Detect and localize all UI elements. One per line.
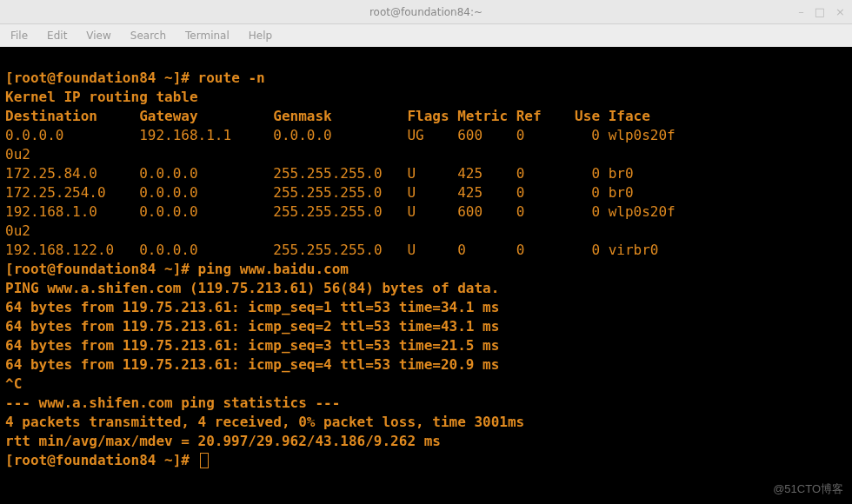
route-row-1-gw: 0.0.0.0 — [139, 165, 197, 182]
prompt-cwd-3: ~ — [164, 452, 173, 468]
route-row-1-ref: 0 — [516, 165, 525, 182]
route-row-0-wrap: 0u2 — [5, 146, 30, 162]
route-row-0-ref: 0 — [516, 127, 525, 143]
prompt-close: ]# — [173, 70, 190, 86]
command-ping: ping www.baidu.com — [198, 261, 349, 277]
window-title: root@foundation84:~ — [369, 6, 483, 18]
titlebar: root@foundation84:~ – □ × — [0, 0, 852, 24]
col-gateway: Gateway — [139, 108, 197, 124]
route-row-2-use: 0 — [591, 184, 600, 201]
terminal-cursor — [200, 453, 209, 468]
menubar: File Edit View Search Terminal Help — [0, 24, 852, 47]
route-row-3-flags: U — [407, 203, 416, 220]
prompt-cwd-2: ~ — [164, 261, 173, 277]
ping-stats-1: 4 packets transmitted, 4 received, 0% pa… — [5, 414, 524, 430]
col-iface: Iface — [609, 108, 650, 124]
route-row-2-mask: 255.255.255.0 — [273, 184, 382, 201]
command-route: route -n — [198, 70, 265, 86]
route-row-0-gw: 192.168.1.1 — [139, 127, 231, 143]
ping-stats-2: rtt min/avg/max/mdev = 20.997/29.962/43.… — [5, 433, 441, 449]
ping-stats-header: --- www.a.shifen.com ping statistics --- — [5, 395, 340, 411]
route-row-2-iface: br0 — [609, 184, 634, 201]
route-row-2-metric: 425 — [457, 184, 483, 201]
route-row-4-dest: 192.168.122.0 — [5, 242, 114, 258]
ping-first-line: PING www.a.shifen.com (119.75.213.61) 56… — [5, 280, 499, 296]
col-metric: Metric — [457, 108, 508, 124]
window-controls: – □ × — [798, 5, 845, 18]
close-icon[interactable]: × — [835, 5, 845, 18]
terminal-content[interactable]: [root@foundation84 ~]# route -n Kernel I… — [0, 47, 852, 504]
prompt-close-3: ]# — [173, 452, 190, 468]
route-row-4-use: 0 — [591, 242, 600, 258]
ping-reply-2: 64 bytes from 119.75.213.61: icmp_seq=3 … — [5, 337, 499, 354]
col-use: Use — [575, 108, 600, 124]
route-row-2-flags: U — [407, 184, 416, 201]
ping-interrupt: ^C — [5, 375, 22, 392]
route-row-1-iface: br0 — [609, 165, 634, 182]
route-row-3-ref: 0 — [516, 203, 525, 220]
ping-reply-0: 64 bytes from 119.75.213.61: icmp_seq=1 … — [5, 299, 499, 315]
route-row-0-iface: wlp0s20f — [609, 127, 676, 143]
route-row-3-dest: 192.168.1.0 — [5, 203, 97, 220]
prompt-close-2: ]# — [173, 261, 190, 277]
menu-help[interactable]: Help — [249, 30, 272, 42]
prompt-cwd: ~ — [164, 70, 173, 86]
col-genmask: Genmask — [273, 108, 331, 124]
route-row-2-gw: 0.0.0.0 — [139, 184, 197, 201]
menu-search[interactable]: Search — [130, 30, 166, 42]
maximize-icon[interactable]: □ — [815, 5, 825, 18]
route-row-1-dest: 172.25.84.0 — [5, 165, 97, 182]
prompt-open-3: [ — [5, 452, 14, 468]
route-row-3-gw: 0.0.0.0 — [139, 203, 197, 220]
ping-reply-1: 64 bytes from 119.75.213.61: icmp_seq=2 … — [5, 318, 499, 335]
route-row-4-iface: virbr0 — [609, 242, 659, 258]
route-row-3-iface: wlp0s20f — [609, 203, 676, 220]
terminal-window: root@foundation84:~ – □ × File Edit View… — [0, 0, 852, 504]
route-row-4-gw: 0.0.0.0 — [139, 242, 197, 258]
route-row-3-wrap: 0u2 — [5, 222, 30, 239]
route-row-1-use: 0 — [591, 165, 600, 182]
prompt-open: [ — [5, 70, 14, 86]
route-row-3-mask: 255.255.255.0 — [273, 203, 382, 220]
route-row-3-metric: 600 — [457, 203, 483, 220]
minimize-icon[interactable]: – — [798, 5, 804, 18]
prompt-userhost-3: root@foundation84 — [14, 452, 156, 468]
route-header: Kernel IP routing table — [5, 89, 198, 105]
menu-file[interactable]: File — [10, 30, 28, 42]
route-row-2-dest: 172.25.254.0 — [5, 184, 106, 201]
menu-edit[interactable]: Edit — [47, 30, 67, 42]
route-row-1-mask: 255.255.255.0 — [273, 165, 382, 182]
route-row-2-ref: 0 — [516, 184, 525, 201]
route-row-4-mask: 255.255.255.0 — [273, 242, 382, 258]
route-row-0-metric: 600 — [457, 127, 483, 143]
route-row-0-mask: 0.0.0.0 — [273, 127, 331, 143]
route-row-0-flags: UG — [407, 127, 423, 143]
route-row-0-dest: 0.0.0.0 — [5, 127, 63, 143]
col-destination: Destination — [5, 108, 97, 124]
route-row-4-ref: 0 — [516, 242, 525, 258]
menu-view[interactable]: View — [86, 30, 110, 42]
prompt-open-2: [ — [5, 261, 14, 277]
route-row-0-use: 0 — [591, 127, 600, 143]
watermark: @51CTO博客 — [773, 480, 843, 499]
menu-terminal[interactable]: Terminal — [185, 30, 230, 42]
col-ref: Ref — [516, 108, 542, 124]
route-row-1-flags: U — [407, 165, 416, 182]
col-flags: Flags — [407, 108, 449, 124]
ping-reply-3: 64 bytes from 119.75.213.61: icmp_seq=4 … — [5, 356, 499, 373]
route-row-4-flags: U — [407, 242, 416, 258]
route-row-4-metric: 0 — [457, 242, 466, 258]
route-row-3-use: 0 — [591, 203, 600, 220]
prompt-userhost-2: root@foundation84 — [14, 261, 156, 277]
route-row-1-metric: 425 — [457, 165, 483, 182]
prompt-userhost: root@foundation84 — [14, 70, 156, 86]
